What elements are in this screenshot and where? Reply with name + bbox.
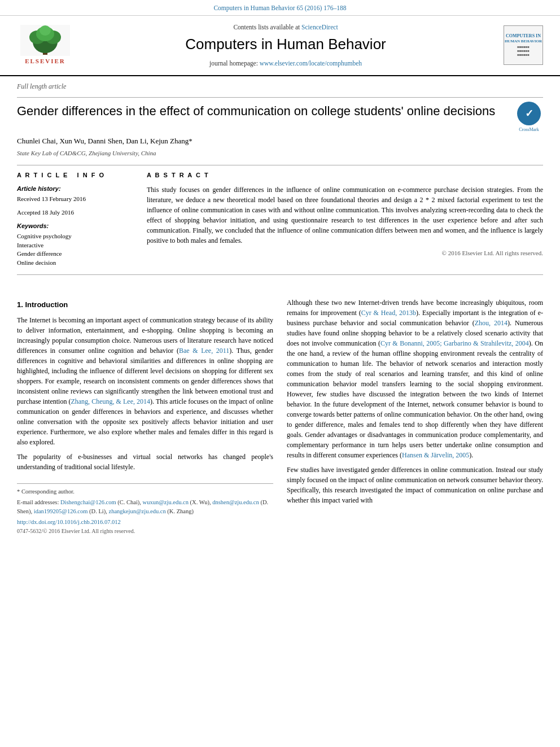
- keyword-3: Gender difference: [17, 250, 130, 259]
- email-li[interactable]: idan199205@126.com: [34, 508, 88, 514]
- body-columns: 1. Introduction The Internet is becoming…: [17, 298, 543, 535]
- authors: Chunlei Chai, Xun Wu, Danni Shen, Dan Li…: [17, 136, 543, 147]
- article-title-row: Gender differences in the effect of comm…: [17, 103, 543, 132]
- affiliation: State Key Lab of CAD&CG, Zhejiang Univer…: [17, 149, 543, 158]
- footnote-area: * Corresponding author. E-mail addresses…: [17, 483, 273, 535]
- keyword-1: Cognitive psychology: [17, 232, 130, 241]
- divider-1: [17, 97, 543, 98]
- section1-title: 1. Introduction: [17, 300, 273, 311]
- email-label: E-mail addresses:: [17, 499, 59, 505]
- body-para-2: The popularity of e-businesses and virtu…: [17, 452, 273, 472]
- journal-right-logo: COMPUTERS IN HUMAN BEHAVIOR ■■■■■■■■■■■■…: [498, 25, 543, 65]
- email-wu[interactable]: wuxun@zju.edu.cn: [143, 499, 189, 505]
- elsevier-tree-icon: [20, 25, 70, 56]
- received-date: Received 13 February 2016: [17, 195, 130, 204]
- journal-logo-box: COMPUTERS IN HUMAN BEHAVIOR ■■■■■■■■■■■■…: [504, 25, 543, 65]
- doi-line[interactable]: http://dx.doi.org/10.1016/j.chb.2016.07.…: [17, 518, 273, 526]
- abstract-text: This study focuses on gender differences…: [147, 185, 543, 246]
- email-block: E-mail addresses: Dishengchai@126.com (C…: [17, 498, 273, 515]
- body-col-right: Although these two new Internet-driven t…: [287, 298, 543, 535]
- corresponding-author: * Corresponding author.: [17, 487, 273, 496]
- ref-zhou-2014[interactable]: Zhou, 2014: [475, 319, 508, 327]
- ref-zhang-cheung-lee[interactable]: Zhang, Cheung, & Lee, 2014: [71, 397, 150, 405]
- accepted-date: Accepted 18 July 2016: [17, 208, 130, 217]
- copyright-line: © 2016 Elsevier Ltd. All rights reserved…: [147, 249, 543, 258]
- article-type: Full length article: [17, 82, 543, 91]
- publisher-logo: ELSEVIER: [17, 25, 73, 66]
- top-bar: Computers in Human Behavior 65 (2016) 17…: [0, 0, 560, 16]
- email-chai[interactable]: Dishengchai@126.com: [60, 499, 116, 505]
- homepage-link[interactable]: www.elsevier.com/locate/comphumbeh: [260, 60, 362, 67]
- email-zhang[interactable]: zhangkejun@zju.edu.cn: [109, 508, 166, 514]
- journal-title: Computers in Human Behavior: [73, 34, 498, 55]
- body-para-1: The Internet is becoming an important as…: [17, 315, 273, 447]
- article-info-col: A R T I C L E I N F O Article history: R…: [17, 171, 130, 268]
- keyword-4: Online decision: [17, 259, 130, 268]
- body-col-left: 1. Introduction The Internet is becoming…: [17, 298, 273, 535]
- divider-2: [17, 165, 543, 165]
- crossmark-icon: ✓: [517, 102, 541, 125]
- contents-line: Contents lists available at ScienceDirec…: [73, 23, 498, 32]
- abstract-heading: A B S T R A C T: [147, 171, 543, 180]
- ref-cyr-bonanni[interactable]: Cyr & Bonanni, 2005; Garbarino & Strahil…: [380, 339, 529, 347]
- homepage-line: journal homepage: www.elsevier.com/locat…: [73, 59, 498, 68]
- svg-point-6: [40, 25, 51, 36]
- journal-citation: Computers in Human Behavior 65 (2016) 17…: [213, 5, 346, 11]
- abstract-col: A B S T R A C T This study focuses on ge…: [147, 171, 543, 268]
- crossmark-badge: ✓ CrossMark: [515, 103, 543, 132]
- ref-hansen-jarvelin[interactable]: Hansen & Järvelin, 2005: [402, 451, 469, 459]
- article-title: Gender differences in the effect of comm…: [17, 103, 506, 120]
- ref-bae-lee[interactable]: Bae & Lee, 2011: [179, 347, 229, 355]
- history-heading: Article history:: [17, 185, 130, 194]
- body-para-right-1: Although these two new Internet-driven t…: [287, 298, 543, 460]
- keywords-heading: Keywords:: [17, 222, 130, 231]
- elsevier-label: ELSEVIER: [25, 57, 65, 66]
- ref-cyr-head-2013b[interactable]: Cyr & Head, 2013b: [361, 309, 416, 317]
- email-shen[interactable]: dnshen@zju.edu.cn: [212, 499, 259, 505]
- divider-3: [17, 274, 543, 275]
- keyword-2: Interactive: [17, 241, 130, 250]
- issn-line: 0747-5632/© 2016 Elsevier Ltd. All right…: [17, 527, 273, 536]
- article-meta-row: A R T I C L E I N F O Article history: R…: [17, 171, 543, 268]
- body-para-right-2: Few studies have investigated gender dif…: [287, 465, 543, 505]
- journal-header: ELSEVIER Contents lists available at Sci…: [0, 16, 560, 76]
- article-info-heading: A R T I C L E I N F O: [17, 171, 130, 180]
- article-content: Full length article Gender differences i…: [0, 76, 560, 292]
- main-body: 1. Introduction The Internet is becoming…: [0, 292, 560, 547]
- sciencedirect-link[interactable]: ScienceDirect: [301, 24, 338, 30]
- journal-center-header: Contents lists available at ScienceDirec…: [73, 23, 498, 68]
- keywords-list: Cognitive psychologyInteractiveGender di…: [17, 232, 130, 268]
